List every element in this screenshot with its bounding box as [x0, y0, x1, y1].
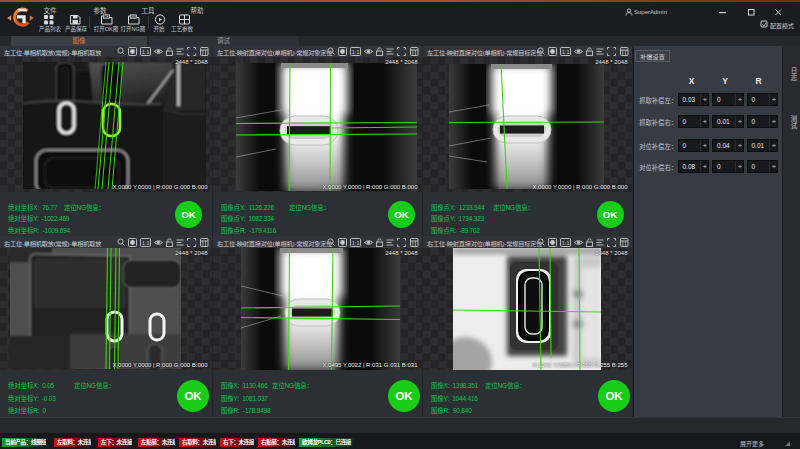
svg-text:1:1: 1:1 [561, 239, 569, 245]
svg-text:1:1: 1:1 [561, 49, 569, 55]
svg-text:1:1: 1:1 [351, 49, 359, 55]
svg-text:1:1: 1:1 [351, 239, 359, 245]
svg-text:NG: NG [131, 15, 136, 19]
svg-text:1:1: 1:1 [141, 239, 149, 245]
svg-text:1:1: 1:1 [141, 49, 149, 55]
